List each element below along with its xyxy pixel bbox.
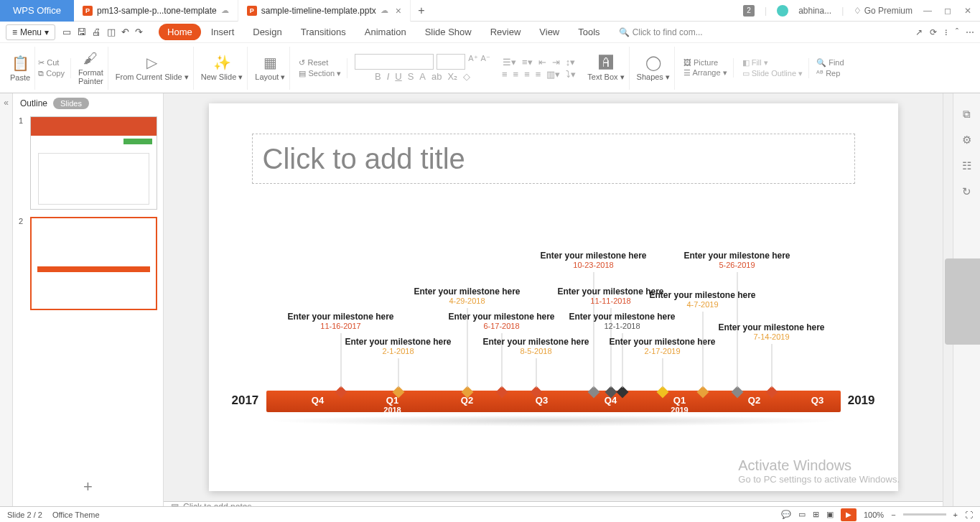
search-box[interactable]: 🔍 Click to find com... [619, 27, 703, 37]
milestone-label[interactable]: Enter your milestone here10-23-2018 [540, 251, 646, 269]
options-icon[interactable]: ⋯ [966, 27, 974, 37]
bullets-button[interactable]: ☰▾ [503, 57, 516, 67]
tab-animation[interactable]: Animation [356, 24, 415, 40]
title-placeholder[interactable]: Click to add title [252, 134, 855, 184]
minimize-icon[interactable]: — [923, 6, 933, 16]
go-premium-button[interactable]: ♢ Go Premium [854, 6, 913, 16]
milestone-label[interactable]: Enter your milestone here8-5-2018 [482, 337, 589, 355]
align-center-button[interactable]: ≡ [513, 69, 519, 80]
slide-outline-button[interactable]: ▭ Slide Outline ▾ [742, 69, 803, 78]
tab-insert[interactable]: Insert [202, 24, 243, 40]
avatar[interactable] [777, 5, 788, 17]
username[interactable]: abhina... [798, 6, 831, 16]
justify-button[interactable]: ≡ [536, 69, 541, 80]
new-slide-button[interactable]: ✨ New Slide ▾ [197, 47, 248, 90]
align-left-button[interactable]: ≡ [502, 69, 508, 80]
font-size-input[interactable] [437, 54, 465, 70]
tab-design[interactable]: Design [244, 24, 290, 40]
settings-icon[interactable]: ⚙ [962, 134, 971, 146]
print-icon[interactable]: 🖨 [92, 27, 101, 37]
tab-view[interactable]: View [531, 24, 568, 40]
zoom-out-button[interactable]: − [891, 511, 895, 519]
milestone-label[interactable]: Enter your milestone here2-17-2019 [609, 337, 715, 355]
collapse-panel-button[interactable]: « [0, 93, 13, 506]
notes-placeholder[interactable]: Click to add notes [183, 502, 251, 506]
shapes-button[interactable]: ◯ Shapes ▾ [633, 47, 675, 90]
preview-icon[interactable]: ◫ [107, 27, 116, 37]
history-icon[interactable]: ↻ [962, 185, 971, 198]
tab-slideshow[interactable]: Slide Show [416, 24, 480, 40]
font-family-input[interactable] [355, 54, 434, 70]
slide-thumbnail-1[interactable] [30, 116, 157, 210]
milestone-label[interactable]: Enter your milestone here12-1-2018 [569, 312, 675, 330]
milestone-label[interactable]: Enter your milestone here4-7-2019 [649, 290, 755, 309]
milestone-label[interactable]: Enter your milestone here2-1-2018 [345, 337, 451, 355]
increase-font-icon[interactable]: A⁺ [468, 54, 477, 70]
text-direction-button[interactable]: ⤵▾ [566, 69, 576, 80]
milestone-label[interactable]: Enter your milestone here11-16-2017 [287, 312, 393, 330]
layout-button[interactable]: ▦ Layout ▾ [251, 47, 290, 90]
notification-badge[interactable]: 2 [743, 5, 755, 17]
task-pane-icon[interactable]: ⧉ [963, 108, 971, 121]
vertical-scrollbar[interactable] [943, 93, 953, 506]
numbering-button[interactable]: ≡▾ [522, 57, 533, 67]
collapse-ribbon-icon[interactable]: ˆ [956, 27, 958, 37]
tab-home[interactable]: Home [159, 24, 201, 40]
fit-button[interactable]: ⛶ [965, 511, 973, 519]
zoom-level[interactable]: 100% [864, 511, 884, 519]
more-icon[interactable]: ⫶ [944, 27, 948, 37]
menu-button[interactable]: ≡ Menu ▾ [6, 24, 55, 40]
notes-bar[interactable]: ▤ Click to add notes [164, 501, 943, 506]
paste-group[interactable]: 📋 Paste [6, 47, 35, 90]
replace-button[interactable]: ᴬᴮ Rep [816, 69, 844, 78]
picture-button[interactable]: 🖼 Picture [683, 58, 727, 67]
align-right-button[interactable]: ≡ [524, 69, 530, 80]
sync-icon[interactable]: ⟳ [930, 27, 937, 37]
add-slide-button[interactable]: + [13, 467, 163, 506]
section-button[interactable]: ▤ Section ▾ [299, 69, 341, 78]
new-tab-button[interactable]: + [411, 4, 432, 17]
tab-tools[interactable]: Tools [569, 24, 608, 40]
underline-button[interactable]: U [395, 71, 401, 82]
line-spacing-button[interactable]: ↕▾ [566, 57, 576, 67]
arrange-button[interactable]: ☰ Arrange ▾ [683, 68, 727, 78]
font-color-button[interactable]: A [419, 71, 426, 82]
decrease-font-icon[interactable]: A⁻ [481, 54, 490, 70]
milestone-label[interactable]: Enter your milestone here5-26-2019 [683, 251, 790, 269]
save-icon[interactable]: 🖫 [77, 27, 86, 37]
maximize-icon[interactable]: ◻ [943, 6, 953, 16]
properties-icon[interactable]: ☷ [962, 159, 971, 172]
document-tab-1[interactable]: P pm13-sample-p...tone-template ☁ [74, 0, 238, 22]
comments-icon[interactable]: 💬 [781, 510, 791, 519]
italic-button[interactable]: I [387, 71, 390, 82]
close-window-icon[interactable]: ✕ [963, 6, 973, 16]
cut-button[interactable]: ✂ Cut [38, 58, 65, 67]
outline-tab[interactable]: Outline [20, 98, 47, 108]
slide-canvas[interactable]: Click to add title 2017 2019 Q4Q12018Q2Q… [209, 103, 898, 491]
format-painter-button[interactable]: 🖌 Format Painter [74, 47, 108, 90]
slides-tab[interactable]: Slides [53, 98, 89, 109]
zoom-in-button[interactable]: + [953, 511, 958, 519]
slide-thumbnail-2[interactable] [30, 217, 157, 310]
milestone-label[interactable]: Enter your milestone here11-11-2018 [557, 286, 663, 305]
close-icon[interactable]: × [396, 5, 401, 17]
document-tab-2[interactable]: P sample-timeline-template.pptx ☁ × [238, 0, 411, 22]
highlight-button[interactable]: ab [431, 71, 442, 82]
milestone-label[interactable]: Enter your milestone here4-29-2018 [414, 286, 520, 305]
redo-icon[interactable]: ↷ [135, 27, 143, 37]
indent-inc-button[interactable]: ⇥ [552, 57, 560, 67]
sorter-view-icon[interactable]: ⊞ [813, 510, 819, 519]
strike-button[interactable]: S [408, 71, 414, 82]
bold-button[interactable]: B [375, 71, 381, 82]
text-box-button[interactable]: 🅰 Text Box ▾ [583, 47, 629, 90]
share-icon[interactable]: ↗ [915, 27, 923, 37]
normal-view-icon[interactable]: ▭ [798, 510, 806, 519]
milestone-label[interactable]: Enter your milestone here6-17-2018 [448, 312, 554, 330]
tab-review[interactable]: Review [482, 24, 530, 40]
subscript-button[interactable]: X₂ [448, 71, 458, 82]
tab-transitions[interactable]: Transitions [292, 24, 355, 40]
slideshow-button[interactable]: ▶ [841, 508, 857, 521]
clear-format-button[interactable]: ◇ [463, 71, 470, 82]
indent-dec-button[interactable]: ⇤ [538, 57, 546, 67]
copy-button[interactable]: ⧉ Copy [38, 69, 65, 78]
